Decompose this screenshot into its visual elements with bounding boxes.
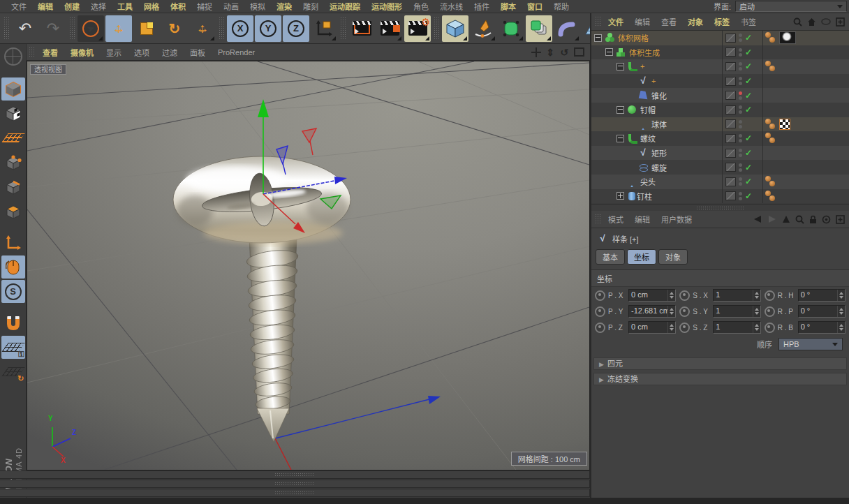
pan-view-icon[interactable] bbox=[531, 47, 541, 57]
render-visibility-dot[interactable] bbox=[739, 125, 742, 128]
layer-icon[interactable] bbox=[725, 177, 736, 186]
stepper-icon[interactable] bbox=[753, 306, 760, 317]
toolbar-grip[interactable] bbox=[3, 17, 9, 40]
render-visibility-dot[interactable] bbox=[739, 96, 742, 100]
editor-visibility-dot[interactable] bbox=[739, 120, 742, 124]
enabled-check-icon[interactable] bbox=[745, 91, 754, 101]
menu-pipeline[interactable]: 流水线 bbox=[434, 1, 468, 12]
redo-button[interactable]: ↷ bbox=[40, 15, 66, 42]
menu-script[interactable]: 脚本 bbox=[495, 1, 522, 12]
layer-icon[interactable] bbox=[725, 62, 736, 71]
editor-visibility-dot[interactable] bbox=[739, 62, 742, 66]
panel-splitter[interactable] bbox=[591, 205, 849, 211]
layer-icon[interactable] bbox=[725, 163, 736, 172]
home-icon[interactable] bbox=[807, 17, 816, 27]
toggle-views-icon[interactable] bbox=[574, 47, 584, 57]
menu-tools[interactable]: 工具 bbox=[112, 1, 138, 12]
collapse-icon[interactable] bbox=[617, 106, 624, 114]
menu-help[interactable]: 帮助 bbox=[548, 1, 575, 12]
perspective-viewport[interactable]: 透视视图 Y Z X 网格间距 : 100 cm bbox=[27, 61, 590, 470]
edges-mode-button[interactable] bbox=[1, 175, 25, 198]
menu-create[interactable]: 创建 bbox=[59, 1, 85, 12]
texture-tag-icon[interactable] bbox=[779, 31, 796, 44]
selected-texture-tag-icon[interactable] bbox=[779, 119, 790, 130]
stepper-icon[interactable] bbox=[837, 290, 845, 301]
object-row[interactable]: 矩形 bbox=[591, 146, 849, 161]
tab-coordinates[interactable]: 坐标 bbox=[627, 249, 656, 265]
layer-icon[interactable] bbox=[725, 149, 736, 158]
keyframe-radio[interactable] bbox=[765, 306, 775, 317]
filter-eye-icon[interactable] bbox=[821, 18, 831, 25]
enabled-check-icon[interactable] bbox=[745, 47, 754, 57]
object-row[interactable]: 锥化 bbox=[591, 88, 849, 103]
menu-simulate[interactable]: 模拟 bbox=[244, 1, 271, 12]
om-menu-view[interactable]: 查看 bbox=[656, 16, 682, 27]
pz-field[interactable]: 0 cm bbox=[628, 321, 676, 334]
menu-volume[interactable]: 体积 bbox=[165, 1, 191, 12]
panel-grip[interactable] bbox=[595, 16, 600, 27]
toolbar-grip[interactable] bbox=[434, 17, 439, 40]
collapse-icon[interactable] bbox=[594, 34, 602, 42]
render-visibility-dot[interactable] bbox=[739, 197, 742, 200]
object-row[interactable]: 螺旋 bbox=[591, 160, 849, 175]
om-menu-tags[interactable]: 标签 bbox=[709, 16, 735, 27]
search-icon[interactable] bbox=[793, 17, 802, 27]
target-icon[interactable] bbox=[822, 215, 831, 224]
render-visibility-dot[interactable] bbox=[739, 168, 742, 172]
panel-grip[interactable] bbox=[696, 206, 745, 209]
vp-menu-cameras[interactable]: 摄像机 bbox=[64, 47, 100, 58]
rh-value[interactable]: 0 ° bbox=[799, 290, 837, 301]
lock-y-axis-button[interactable]: Y bbox=[255, 15, 281, 42]
add-panel-icon[interactable] bbox=[836, 215, 845, 224]
coordinates-collapsed-bar[interactable] bbox=[0, 489, 590, 497]
rh-field[interactable]: 0 ° bbox=[798, 289, 846, 302]
live-selection-button[interactable]: ➤ bbox=[77, 15, 104, 42]
expand-icon[interactable] bbox=[617, 192, 624, 200]
keyframe-radio[interactable] bbox=[679, 323, 690, 333]
rotation-order-dropdown[interactable]: HPB bbox=[778, 338, 843, 350]
panel-grip[interactable] bbox=[595, 214, 600, 225]
move-tool-button[interactable]: ↔↕ bbox=[105, 15, 132, 42]
lock-icon[interactable] bbox=[809, 215, 817, 224]
edit-render-settings-button[interactable]: ⚙ bbox=[404, 15, 431, 42]
object-row[interactable]: 球体 bbox=[591, 117, 849, 132]
toolbar-grip[interactable] bbox=[340, 17, 346, 40]
editor-visibility-dot[interactable] bbox=[739, 149, 742, 152]
render-visibility-dot[interactable] bbox=[739, 139, 742, 142]
menu-render[interactable]: 渲染 bbox=[271, 1, 297, 12]
editor-visibility-dot[interactable] bbox=[739, 91, 742, 95]
render-visibility-dot[interactable] bbox=[739, 154, 742, 157]
editor-visibility-dot[interactable] bbox=[739, 177, 742, 181]
tab-basic[interactable]: 基本 bbox=[596, 249, 625, 265]
enabled-check-icon[interactable] bbox=[745, 148, 754, 158]
py-value[interactable]: -12.681 cm bbox=[629, 306, 667, 317]
tweak-mode-button[interactable] bbox=[1, 255, 25, 279]
keyframe-radio[interactable] bbox=[595, 290, 605, 301]
texture-mode-button[interactable] bbox=[1, 102, 25, 125]
workplane-align-button[interactable]: ↻ bbox=[1, 360, 25, 383]
menu-character[interactable]: 角色 bbox=[408, 1, 434, 12]
panel-grip[interactable] bbox=[274, 491, 315, 495]
object-row[interactable]: 体积网格 bbox=[591, 31, 849, 45]
bend-deformer-button[interactable] bbox=[554, 15, 580, 42]
menu-sculpt[interactable]: 雕刻 bbox=[297, 1, 324, 12]
vp-menu-panel[interactable]: 面板 bbox=[184, 47, 212, 58]
enabled-check-icon[interactable] bbox=[745, 33, 754, 43]
render-visibility-dot[interactable] bbox=[739, 182, 742, 186]
px-field[interactable]: 0 cm bbox=[628, 289, 676, 302]
lock-x-axis-button[interactable]: X bbox=[227, 15, 253, 42]
object-row[interactable]: 钉柱 bbox=[591, 189, 849, 204]
vp-menu-options[interactable]: 选项 bbox=[128, 47, 156, 58]
stepper-icon[interactable] bbox=[837, 306, 845, 317]
render-visibility-dot[interactable] bbox=[739, 82, 742, 85]
object-row[interactable]: 体积生成 bbox=[591, 45, 849, 60]
object-name[interactable]: 钉帽 bbox=[640, 104, 656, 115]
lock-workplane-button[interactable]: ⚿ bbox=[1, 336, 25, 359]
om-menu-file[interactable]: 文件 bbox=[603, 16, 629, 27]
rp-value[interactable]: 0 ° bbox=[799, 306, 837, 317]
object-name[interactable]: 球体 bbox=[651, 119, 667, 130]
vp-menu-view[interactable]: 查看 bbox=[36, 47, 64, 58]
am-menu-mode[interactable]: 模式 bbox=[603, 214, 629, 225]
keyframe-radio[interactable] bbox=[595, 323, 605, 333]
menu-snap[interactable]: 捕捉 bbox=[191, 1, 218, 12]
